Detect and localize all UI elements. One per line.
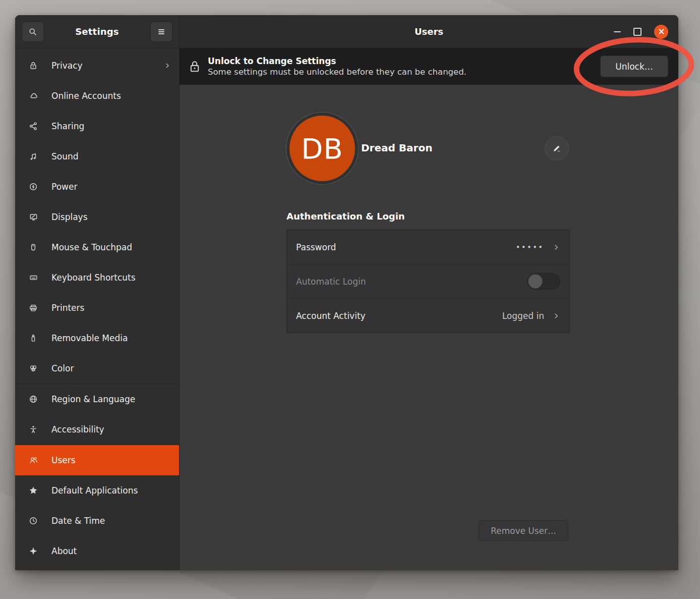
sidebar-item-default-applications[interactable]: Default Applications	[15, 475, 179, 506]
sidebar-item-power[interactable]: Power	[15, 172, 179, 202]
mouse-icon	[28, 243, 39, 252]
sidebar-item-removable-media[interactable]: Removable Media	[15, 323, 179, 353]
settings-window: Settings Privacy Onl	[15, 15, 678, 570]
sidebar-item-label: Printers	[51, 303, 171, 313]
music-note-icon	[28, 152, 39, 161]
edit-name-button[interactable]	[545, 136, 569, 160]
chevron-right-icon	[552, 243, 560, 251]
banner-subtitle: Some settings must be unlocked before th…	[208, 67, 466, 77]
automatic-login-row: Automatic Login	[287, 264, 569, 299]
desktop: { "titlebar": { "app_title": "Settings",…	[0, 0, 700, 599]
sidebar-item-label: Displays	[51, 212, 171, 222]
sidebar-item-color[interactable]: Color	[15, 353, 179, 384]
sidebar-item-online-accounts[interactable]: Online Accounts	[15, 81, 179, 111]
sidebar-item-region-language[interactable]: Region & Language	[15, 384, 179, 414]
window-controls	[614, 15, 668, 48]
auth-login-list: Password ••••• Automatic Login Account A…	[286, 230, 570, 333]
sidebar-item-label: Accessibility	[51, 424, 171, 434]
password-dots: •••••	[516, 244, 544, 251]
search-icon	[28, 27, 37, 36]
user-name: Dread Baron	[361, 142, 432, 154]
sidebar-item-label: Users	[51, 455, 171, 465]
chevron-right-icon	[552, 312, 560, 320]
menu-button[interactable]	[150, 22, 172, 42]
remove-user-button[interactable]: Remove User…	[479, 520, 568, 541]
sidebar-item-date-time[interactable]: Date & Time	[15, 506, 179, 536]
unlock-button[interactable]: Unlock…	[600, 56, 668, 77]
cloud-icon	[28, 91, 39, 100]
hamburger-icon	[157, 28, 165, 35]
sidebar-item-users[interactable]: Users	[15, 445, 179, 475]
section-heading: Authentication & Login	[286, 211, 405, 222]
sidebar-item-label: Date & Time	[51, 516, 171, 526]
users-panel: DB Dread Baron Authentication & Login Pa…	[180, 85, 678, 570]
banner-title: Unlock to Change Settings	[208, 56, 466, 66]
password-row[interactable]: Password •••••	[287, 230, 569, 264]
users-icon	[28, 456, 39, 465]
star-icon	[28, 486, 39, 495]
pencil-icon	[552, 144, 561, 153]
page-title: Users	[415, 26, 443, 37]
account-activity-row[interactable]: Account Activity Logged in	[287, 299, 569, 333]
printer-icon	[28, 303, 39, 312]
keyboard-icon	[28, 273, 39, 282]
share-icon	[28, 122, 39, 131]
sidebar-item-label: Mouse & Touchpad	[51, 242, 171, 252]
globe-icon	[28, 395, 39, 404]
display-icon	[28, 212, 39, 222]
sidebar-item-label: Keyboard Shortcuts	[51, 273, 171, 283]
row-label: Automatic Login	[296, 277, 366, 287]
close-icon	[658, 28, 665, 35]
maximize-button[interactable]	[633, 28, 641, 36]
sidebar-item-label: About	[51, 546, 171, 556]
sidebar-item-printers[interactable]: Printers	[15, 293, 179, 323]
clock-icon	[28, 516, 39, 525]
sidebar-item-label: Sharing	[51, 121, 171, 131]
toggle-knob	[528, 274, 543, 289]
sidebar-item-privacy[interactable]: Privacy	[15, 50, 179, 81]
sidebar: Settings Privacy Onl	[15, 15, 180, 570]
sidebar-item-displays[interactable]: Displays	[15, 202, 179, 232]
chevron-right-icon	[164, 62, 171, 69]
sidebar-nav: Privacy Online Accounts Sharing	[15, 48, 179, 570]
row-value: Logged in	[502, 311, 544, 321]
sidebar-item-label: Power	[51, 182, 171, 192]
accessibility-icon	[28, 425, 39, 434]
app-title: Settings	[75, 26, 119, 37]
sidebar-header: Settings	[15, 15, 179, 48]
sidebar-item-about[interactable]: About	[15, 536, 179, 566]
headerbar: Users	[180, 15, 678, 48]
sidebar-item-mouse-touchpad[interactable]: Mouse & Touchpad	[15, 232, 179, 262]
power-icon	[28, 182, 39, 191]
color-circles-icon	[28, 364, 39, 373]
sidebar-item-label: Sound	[51, 151, 171, 161]
sparkle-icon	[28, 547, 39, 556]
sidebar-item-keyboard-shortcuts[interactable]: Keyboard Shortcuts	[15, 262, 179, 293]
sidebar-item-accessibility[interactable]: Accessibility	[15, 414, 179, 445]
sidebar-item-sound[interactable]: Sound	[15, 141, 179, 172]
sidebar-item-sharing[interactable]: Sharing	[15, 111, 179, 141]
row-label: Password	[296, 242, 336, 252]
sidebar-item-label: Color	[51, 363, 171, 373]
padlock-icon	[189, 60, 201, 74]
banner-text: Unlock to Change Settings Some settings …	[208, 56, 466, 77]
row-label: Account Activity	[296, 311, 366, 321]
unlock-banner: Unlock to Change Settings Some settings …	[180, 48, 678, 85]
sidebar-item-label: Default Applications	[51, 485, 171, 496]
sidebar-item-label: Region & Language	[51, 394, 171, 404]
flash-drive-icon	[28, 334, 39, 343]
close-button[interactable]	[654, 25, 668, 39]
sidebar-item-label: Privacy	[51, 61, 164, 71]
avatar[interactable]: DB	[289, 116, 355, 181]
lock-icon	[28, 61, 39, 70]
sidebar-item-label: Removable Media	[51, 333, 171, 343]
sidebar-item-label: Online Accounts	[51, 91, 171, 101]
search-button[interactable]	[22, 22, 44, 42]
automatic-login-toggle[interactable]	[527, 273, 560, 290]
main-pane: Users Unlock to Change Settings Some set…	[180, 15, 678, 570]
minimize-button[interactable]	[614, 31, 621, 32]
